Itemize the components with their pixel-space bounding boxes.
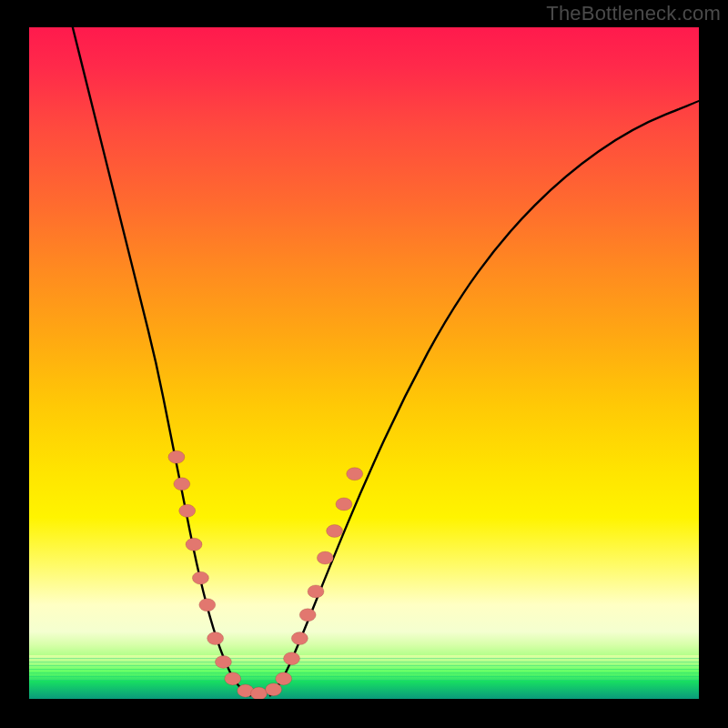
- watermark-text: TheBottleneck.com: [546, 2, 721, 25]
- marker-dot: [284, 652, 300, 665]
- marker-dot: [327, 524, 343, 537]
- marker-dot: [347, 468, 363, 480]
- marker-dot: [266, 683, 282, 696]
- marker-dot: [299, 609, 316, 622]
- marker-dot: [186, 538, 202, 551]
- marker-dot: [207, 632, 224, 645]
- marker-dot: [168, 450, 185, 463]
- marker-dot: [336, 498, 352, 511]
- marker-dot: [199, 599, 216, 612]
- marker-dot: [276, 672, 292, 685]
- marker-dot: [179, 504, 196, 517]
- marker-dots-group: [168, 450, 363, 699]
- marker-dot: [215, 655, 231, 668]
- marker-dot: [291, 632, 308, 645]
- marker-dot: [250, 687, 267, 699]
- marker-dot: [192, 571, 208, 584]
- chart-frame: TheBottleneck.com: [0, 0, 728, 728]
- plot-area: [29, 27, 699, 699]
- marker-dot: [174, 478, 190, 490]
- marker-dot: [308, 585, 324, 598]
- left-branch-curve: [73, 27, 250, 695]
- curve-layer: [29, 27, 699, 699]
- right-branch-curve: [270, 101, 699, 695]
- marker-dot: [225, 672, 241, 685]
- marker-dot: [317, 551, 333, 564]
